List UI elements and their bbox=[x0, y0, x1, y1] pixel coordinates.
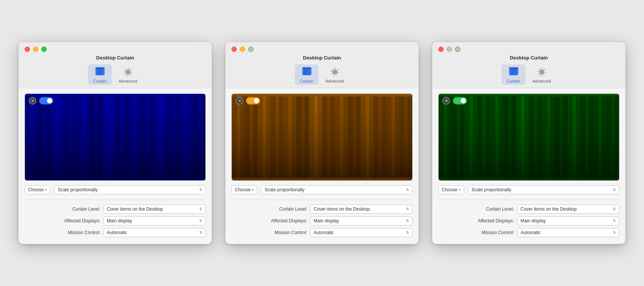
settings-row-2: Mission Control: Automatic ⇅ bbox=[231, 228, 413, 237]
preview-controls bbox=[442, 97, 467, 105]
advanced-tab-label: Advanced bbox=[119, 79, 137, 83]
curtain-tab-label: Curtain bbox=[507, 79, 520, 83]
bottom-controls: Choose ▾ Scale proportionally ⇅ bbox=[25, 185, 206, 194]
traffic-lights bbox=[438, 47, 460, 52]
curtain-tab-label: Curtain bbox=[93, 79, 106, 83]
settings-label-2: Mission Control: bbox=[275, 230, 307, 235]
scale-label: Scale proportionally bbox=[58, 187, 97, 192]
settings-dropdown-2[interactable]: Automatic ⇅ bbox=[517, 228, 619, 237]
choose-chevron: ▾ bbox=[459, 188, 461, 192]
maximize-button[interactable] bbox=[248, 47, 253, 52]
preview-close-icon bbox=[29, 97, 36, 105]
window-3: Desktop Curtain Curtain bbox=[432, 42, 625, 244]
settings-value-1: Main display bbox=[107, 218, 132, 223]
minimize-button[interactable] bbox=[447, 47, 452, 52]
settings-dropdown-0[interactable]: Cover items on the Desktop ⇅ bbox=[517, 205, 619, 214]
bottom-controls: Choose ▾ Scale proportionally ⇅ bbox=[231, 185, 413, 194]
toolbar: Curtain bbox=[502, 64, 556, 88]
maximize-button[interactable] bbox=[41, 47, 47, 52]
settings-row-0: Curtain Level: Cover items on the Deskto… bbox=[438, 205, 619, 214]
settings-value-0: Cover items on the Desktop bbox=[314, 206, 370, 212]
close-button[interactable] bbox=[438, 47, 444, 52]
svg-rect-37 bbox=[25, 97, 205, 178]
settings-chevron-0: ⇅ bbox=[406, 207, 409, 211]
settings-dropdown-1[interactable]: Main display ⇅ bbox=[310, 216, 413, 225]
settings-dropdown-0[interactable]: Cover items on the Desktop ⇅ bbox=[103, 205, 206, 214]
divider bbox=[231, 200, 413, 200]
scale-dropdown[interactable]: Scale proportionally ⇅ bbox=[468, 185, 619, 194]
settings-value-2: Automatic bbox=[107, 230, 127, 235]
toggle-switch[interactable] bbox=[453, 97, 467, 105]
scale-label: Scale proportionally bbox=[471, 187, 511, 192]
settings-label-0: Curtain Level: bbox=[72, 206, 100, 212]
scale-chevron: ⇅ bbox=[406, 188, 409, 192]
settings-label-2: Mission Control: bbox=[68, 230, 100, 235]
curtain-icon bbox=[94, 66, 106, 78]
gear-icon bbox=[536, 66, 548, 78]
choose-dropdown[interactable]: Choose ▾ bbox=[438, 185, 464, 194]
settings-dropdown-0[interactable]: Cover items on the Desktop ⇅ bbox=[310, 205, 413, 214]
titlebar: Desktop Curtain Curtain bbox=[19, 42, 212, 88]
settings-chevron-2: ⇅ bbox=[613, 231, 616, 234]
gear-icon bbox=[329, 66, 341, 78]
content-area: Choose ▾ Scale proportionally ⇅ Curtain … bbox=[432, 88, 625, 244]
scale-label: Scale proportionally bbox=[264, 187, 304, 192]
preview-area bbox=[25, 94, 206, 181]
settings-chevron-0: ⇅ bbox=[199, 207, 202, 211]
titlebar: Desktop Curtain Curtain bbox=[432, 42, 625, 88]
choose-chevron: ▾ bbox=[252, 188, 254, 192]
svg-rect-1 bbox=[95, 67, 104, 69]
traffic-lights bbox=[25, 47, 47, 52]
window-title: Desktop Curtain bbox=[510, 55, 548, 61]
settings-chevron-1: ⇅ bbox=[199, 219, 202, 223]
toggle-switch[interactable] bbox=[39, 97, 53, 105]
choose-dropdown[interactable]: Choose ▾ bbox=[231, 185, 257, 194]
preview-controls bbox=[236, 97, 260, 105]
close-button[interactable] bbox=[231, 47, 237, 52]
settings-label-1: Affected Displays: bbox=[478, 218, 514, 223]
maximize-button[interactable] bbox=[455, 47, 460, 52]
settings-dropdown-2[interactable]: Automatic ⇅ bbox=[310, 228, 413, 237]
settings-value-2: Automatic bbox=[314, 230, 334, 235]
settings-dropdown-1[interactable]: Main display ⇅ bbox=[103, 216, 206, 225]
curtain-icon bbox=[301, 66, 313, 78]
settings-row-2: Mission Control: Automatic ⇅ bbox=[25, 228, 206, 237]
window-title: Desktop Curtain bbox=[96, 55, 134, 61]
settings-chevron-1: ⇅ bbox=[613, 219, 616, 223]
settings-row-1: Affected Displays: Main display ⇅ bbox=[25, 216, 206, 225]
tab-advanced[interactable]: Advanced bbox=[320, 64, 349, 85]
curtain-tab-label: Curtain bbox=[300, 79, 313, 83]
minimize-button[interactable] bbox=[240, 47, 245, 52]
preview-close-icon bbox=[236, 97, 243, 105]
settings-row-2: Mission Control: Automatic ⇅ bbox=[438, 228, 619, 237]
settings-row-0: Curtain Level: Cover items on the Deskto… bbox=[231, 205, 413, 214]
svg-rect-75 bbox=[232, 97, 412, 178]
svg-rect-39 bbox=[302, 67, 311, 69]
scale-dropdown[interactable]: Scale proportionally ⇅ bbox=[54, 185, 206, 194]
choose-dropdown[interactable]: Choose ▾ bbox=[25, 185, 50, 194]
curtain-icon bbox=[508, 66, 520, 78]
tab-curtain[interactable]: Curtain bbox=[88, 64, 112, 85]
toggle-switch[interactable] bbox=[246, 97, 260, 105]
tab-curtain[interactable]: Curtain bbox=[295, 64, 319, 85]
choose-chevron: ▾ bbox=[45, 188, 47, 192]
tab-curtain[interactable]: Curtain bbox=[502, 64, 525, 85]
curtain-image bbox=[232, 94, 412, 180]
close-button[interactable] bbox=[25, 47, 30, 52]
settings-chevron-2: ⇅ bbox=[199, 231, 202, 234]
settings-rows: Curtain Level: Cover items on the Deskto… bbox=[231, 205, 413, 237]
window-1: Desktop Curtain Curtain bbox=[19, 42, 212, 244]
scale-dropdown[interactable]: Scale proportionally ⇅ bbox=[261, 185, 413, 194]
settings-value-0: Cover items on the Desktop bbox=[107, 206, 163, 212]
settings-label-1: Affected Displays: bbox=[271, 218, 307, 223]
settings-dropdown-1[interactable]: Main display ⇅ bbox=[517, 216, 619, 225]
advanced-tab-label: Advanced bbox=[532, 79, 551, 83]
minimize-button[interactable] bbox=[33, 47, 38, 52]
traffic-lights bbox=[231, 47, 253, 52]
settings-chevron-0: ⇅ bbox=[613, 207, 616, 211]
tab-advanced[interactable]: Advanced bbox=[527, 64, 556, 85]
tab-advanced[interactable]: Advanced bbox=[113, 64, 142, 85]
settings-label-2: Mission Control: bbox=[481, 230, 514, 235]
settings-chevron-2: ⇅ bbox=[406, 231, 409, 234]
settings-dropdown-2[interactable]: Automatic ⇅ bbox=[103, 228, 206, 237]
